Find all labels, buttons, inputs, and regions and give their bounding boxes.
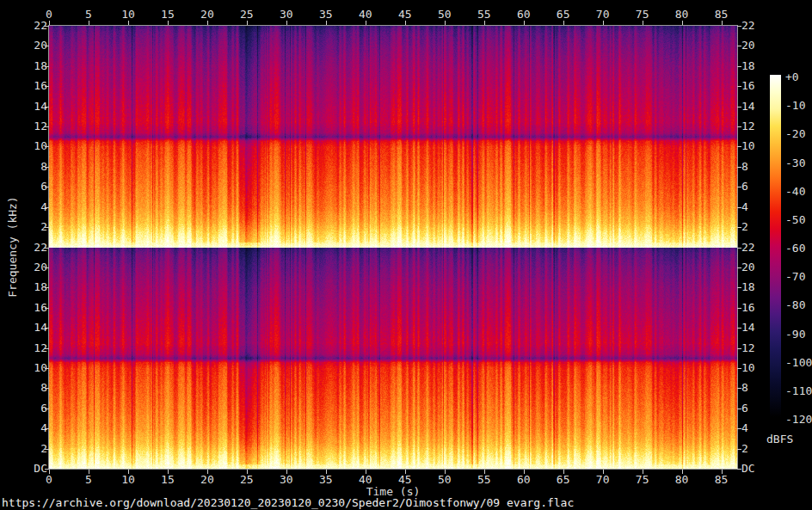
- freq-tick-mark: [45, 328, 49, 329]
- colorbar: [770, 75, 781, 417]
- freq-tick-label: 14: [741, 101, 772, 113]
- colorbar-tick-label: -40: [785, 186, 812, 198]
- time-tick-mark: [366, 21, 366, 25]
- freq-tick-label: 12: [17, 120, 47, 132]
- freq-tick-label: 2: [741, 221, 772, 233]
- freq-tick-label: 14: [741, 322, 772, 334]
- time-tick-label: 45: [388, 474, 422, 486]
- freq-tick-label: 8: [741, 382, 772, 394]
- time-tick-mark: [722, 470, 723, 474]
- freq-tick-mark: [45, 187, 49, 187]
- freq-tick-label: 16: [741, 80, 772, 92]
- time-tick-label: 60: [507, 474, 541, 486]
- time-tick-label: 15: [151, 474, 185, 486]
- colorbar-tick-label: -90: [785, 329, 812, 341]
- time-tick-label: 20: [190, 9, 225, 21]
- dc-label: DC: [17, 463, 47, 475]
- freq-tick-label: 18: [741, 281, 772, 293]
- time-tick-mark: [286, 21, 287, 25]
- time-tick-label: 50: [428, 474, 462, 486]
- colorbar-tick-label: +0: [785, 71, 812, 83]
- freq-tick-mark: [737, 46, 741, 46]
- time-tick-mark: [484, 470, 485, 474]
- colorbar-tick-label: -110: [785, 385, 812, 397]
- freq-tick-mark: [737, 167, 741, 168]
- time-tick-mark: [326, 21, 327, 25]
- freq-tick-mark: [45, 227, 49, 228]
- time-tick-mark: [603, 21, 604, 25]
- freq-tick-label: 4: [17, 201, 47, 213]
- time-tick-label: 40: [348, 474, 383, 486]
- freq-tick-mark: [737, 308, 741, 309]
- freq-tick-mark: [45, 287, 49, 288]
- freq-tick-mark: [45, 167, 49, 168]
- time-tick-mark: [49, 21, 50, 25]
- freq-tick-mark: [737, 449, 741, 450]
- freq-tick-mark: [737, 66, 741, 67]
- time-tick-mark: [326, 470, 327, 474]
- dc-label: DC: [741, 463, 772, 475]
- time-tick-label: 60: [507, 9, 541, 21]
- time-tick-mark: [563, 470, 564, 474]
- time-tick-label: 70: [586, 9, 620, 21]
- freq-tick-mark: [737, 227, 741, 228]
- time-tick-label: 80: [665, 474, 699, 486]
- freq-tick-mark: [45, 348, 49, 349]
- time-tick-mark: [49, 470, 50, 474]
- time-tick-label: 80: [665, 9, 699, 21]
- time-tick-label: 40: [348, 9, 383, 21]
- time-tick-mark: [128, 470, 129, 474]
- colorbar-tick-label: -10: [785, 100, 812, 112]
- freq-tick-mark: [737, 187, 741, 187]
- dbfs-unit-label: dBFS: [766, 433, 793, 445]
- time-tick-mark: [445, 470, 446, 474]
- time-tick-label: 25: [230, 474, 264, 486]
- freq-tick-label: 8: [17, 382, 47, 394]
- freq-tick-label: 6: [741, 402, 772, 415]
- freq-tick-mark: [737, 428, 741, 429]
- freq-tick-label: 16: [17, 302, 47, 314]
- colorbar-tick-label: -20: [785, 128, 812, 140]
- time-tick-label: 75: [625, 474, 660, 486]
- freq-tick-label: 20: [17, 40, 47, 52]
- freq-tick-mark: [737, 126, 741, 127]
- time-tick-mark: [682, 21, 683, 25]
- freq-tick-label: 4: [17, 422, 47, 434]
- time-tick-label: 70: [586, 474, 620, 486]
- freq-tick-label: 10: [17, 362, 47, 374]
- time-tick-label: 50: [428, 9, 462, 21]
- freq-tick-label: 10: [741, 140, 772, 152]
- freq-tick-mark: [45, 146, 49, 147]
- freq-tick-mark: [45, 107, 49, 108]
- page-root: { "page": { "background": "#000000", "so…: [0, 0, 812, 510]
- freq-tick-label: 2: [17, 443, 47, 455]
- freq-tick-label: 22: [741, 242, 772, 254]
- freq-tick-label: 18: [17, 60, 47, 72]
- freq-tick-mark: [45, 409, 49, 409]
- freq-tick-label: 16: [17, 80, 47, 92]
- freq-tick-mark: [45, 388, 49, 389]
- time-tick-label: 85: [704, 474, 739, 486]
- time-tick-label: 5: [71, 9, 106, 21]
- time-tick-label: 10: [111, 474, 145, 486]
- time-tick-label: 65: [546, 474, 581, 486]
- freq-tick-label: 8: [17, 161, 47, 173]
- time-tick-mark: [603, 470, 604, 474]
- time-tick-mark: [524, 21, 525, 25]
- freq-tick-label: 12: [17, 342, 47, 354]
- freq-tick-mark: [737, 328, 741, 329]
- freq-tick-label: 22: [17, 242, 47, 254]
- freq-tick-mark: [45, 207, 49, 208]
- spectrogram-plot: [48, 25, 738, 470]
- time-tick-label: 10: [111, 9, 145, 21]
- time-tick-mark: [643, 21, 643, 25]
- time-tick-label: 25: [230, 9, 264, 21]
- time-tick-label: 35: [309, 474, 343, 486]
- freq-tick-mark: [737, 388, 741, 389]
- time-tick-label: 30: [269, 474, 304, 486]
- freq-tick-mark: [45, 248, 49, 249]
- colorbar-tick-label: -70: [785, 271, 812, 283]
- time-tick-mark: [524, 470, 525, 474]
- freq-tick-label: 2: [17, 221, 47, 233]
- time-tick-label: 20: [190, 474, 225, 486]
